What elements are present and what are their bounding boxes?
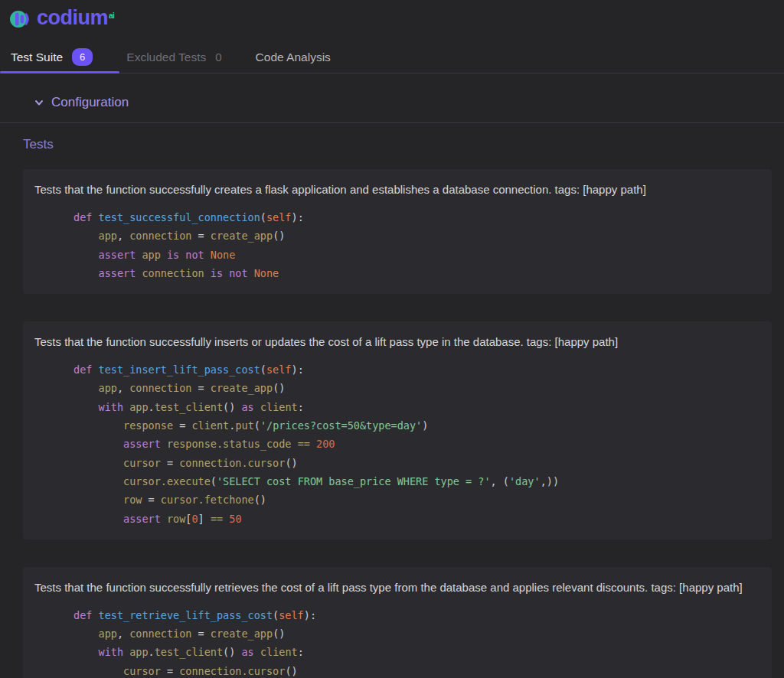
code-token: =	[191, 230, 210, 242]
code-token	[74, 230, 99, 242]
code-token: :	[298, 401, 304, 413]
codium-logo-icon	[9, 8, 32, 34]
code-token: (	[254, 419, 260, 432]
code-token: connection	[142, 267, 204, 279]
code-token: test_retrieve_lift_pass_cost	[99, 609, 273, 621]
code-token: =	[191, 627, 210, 640]
code-token: 200	[316, 438, 335, 450]
configuration-toggle[interactable]: Configuration	[34, 95, 129, 110]
code-line: with app.test_client() as client:	[74, 643, 760, 661]
code-token: =	[161, 665, 179, 677]
code-token	[74, 494, 123, 506]
configuration-label: Configuration	[51, 95, 129, 110]
code-token: self	[266, 363, 292, 376]
code-token: , (	[491, 475, 509, 487]
test-description: Tests that the function successfully cre…	[34, 181, 760, 198]
code-token: test_successful_connection	[99, 211, 260, 223]
tab-excluded-tests[interactable]: Excluded Tests0	[126, 51, 221, 64]
code-token: as	[241, 401, 260, 413]
brand-wordmark: codiumai	[37, 6, 114, 29]
test-description: Tests that the function successfully ins…	[34, 334, 760, 350]
code-token: connection	[129, 382, 191, 394]
code-token: cursor.fetchone	[161, 494, 254, 506]
test-card[interactable]: Tests that the function successfully cre…	[23, 169, 772, 294]
code-line: cursor.execute('SELECT cost FROM base_pr…	[74, 472, 760, 491]
tests-section-title: Tests	[23, 137, 784, 152]
code-token: )	[422, 419, 428, 432]
code-token: None	[254, 267, 279, 279]
chevron-down-icon	[34, 97, 44, 108]
code-token: test_insert_lift_pass_cost	[99, 363, 260, 376]
code-token: ()	[273, 230, 285, 242]
code-token: ()	[273, 382, 285, 394]
code-line: assert connection is not None	[74, 264, 760, 282]
code-token: response.status_code	[167, 438, 292, 450]
test-card[interactable]: Tests that the function successfully ret…	[23, 567, 772, 678]
tab-label: Test Suite	[11, 51, 63, 64]
code-token: (	[211, 475, 217, 487]
code-token: client	[191, 419, 229, 432]
code-token: cursor.execute	[123, 475, 211, 487]
code-token	[74, 249, 99, 261]
code-token: row	[167, 513, 185, 525]
brand-name: codium	[37, 6, 108, 29]
code-token: cursor	[123, 665, 161, 677]
code-token: :	[298, 646, 304, 658]
code-token: '/prices?cost=50&type=day'	[260, 419, 422, 432]
code-token: client	[260, 401, 298, 413]
code-token: def	[74, 211, 99, 223]
code-token: 0	[191, 513, 198, 525]
tab-test-suite[interactable]: Test Suite6	[11, 48, 93, 66]
code-token: 'day'	[509, 475, 541, 487]
code-token: 'SELECT cost FROM base_price WHERE type …	[217, 475, 491, 487]
code-token: response	[123, 419, 173, 432]
code-token	[74, 401, 99, 413]
code-line: def test_insert_lift_pass_cost(self):	[74, 360, 760, 379]
code-token: =	[161, 457, 179, 469]
code-token	[74, 627, 99, 640]
code-token: =	[173, 419, 191, 432]
tab-count: 0	[215, 51, 221, 64]
codium-logo: codiumai	[9, 6, 114, 34]
code-line: assert response.status_code == 200	[74, 435, 760, 453]
code-token: None	[211, 249, 236, 261]
code-token: .	[149, 401, 155, 413]
code-token: create_app	[211, 382, 273, 394]
code-line: response = client.put('/prices?cost=50&t…	[74, 416, 760, 435]
code-token: =	[142, 494, 160, 506]
code-token	[74, 646, 99, 658]
code-token: assert	[99, 267, 142, 279]
code-token: app	[129, 646, 148, 658]
code-token: def	[74, 363, 99, 376]
code-line: with app.test_client() as client:	[74, 398, 760, 416]
code-token: as	[241, 646, 260, 658]
code-token: ()	[254, 494, 266, 506]
code-token: ,	[117, 382, 129, 394]
code-token: ()	[285, 665, 297, 677]
test-description: Tests that the function successfully ret…	[34, 579, 760, 596]
code-token: create_app	[211, 230, 273, 242]
test-code-block: def test_retrieve_lift_pass_cost(self): …	[74, 606, 760, 678]
code-token	[74, 665, 123, 677]
code-token	[74, 475, 123, 487]
tab-code-analysis[interactable]: Code Analysis	[256, 51, 331, 64]
code-token: self	[279, 609, 304, 621]
tests-container: Tests that the function successfully cre…	[23, 169, 772, 678]
code-token: client	[260, 646, 298, 658]
code-token: assert	[99, 249, 142, 261]
code-token: ,	[117, 230, 129, 242]
test-code-block: def test_successful_connection(self): ap…	[74, 208, 760, 282]
code-token: test_client	[155, 646, 223, 658]
code-token: connection	[129, 627, 191, 640]
code-token: with	[99, 646, 130, 658]
app-header: codiumai	[0, 0, 784, 34]
test-card[interactable]: Tests that the function successfully ins…	[23, 321, 772, 539]
code-token	[74, 267, 99, 279]
code-token: is not	[204, 267, 254, 279]
section-divider	[0, 122, 784, 123]
code-token: app	[129, 401, 148, 413]
code-line: cursor = connection.cursor()	[74, 454, 760, 472]
brand-suffix: ai	[109, 11, 114, 20]
code-token: ()	[223, 646, 241, 658]
code-token: app	[142, 249, 160, 261]
